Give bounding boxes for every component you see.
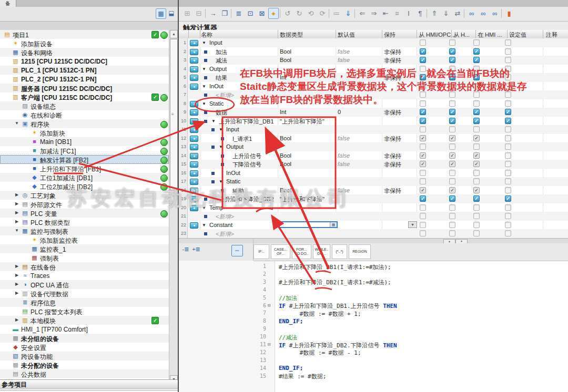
setpoint-checkbox[interactable] (505, 152, 511, 159)
from-hmi-checkbox[interactable] (449, 91, 455, 98)
column-header[interactable]: 默认值 (338, 31, 355, 39)
interface-row[interactable]: 20◄▼Temp (179, 203, 568, 212)
snippet-while[interactable]: WHILE..DO... (313, 244, 330, 259)
in-hmi-checkbox[interactable] (473, 91, 480, 98)
setpoint-checkbox[interactable] (505, 100, 511, 107)
in-hmi-checkbox[interactable] (473, 230, 480, 236)
tree-item[interactable]: ▦设备和网络 (0, 48, 169, 57)
interface-row[interactable]: 4◄▼Output (179, 65, 568, 74)
data-type[interactable]: "上升沿和下降沿" (280, 195, 324, 203)
in-hmi-checkbox[interactable]: ✓ (473, 161, 480, 167)
in-hmi-checkbox[interactable]: ✓ (473, 57, 480, 63)
in-hmi-checkbox[interactable]: ✓ (473, 135, 480, 141)
scroll-up-icon[interactable]: ▲ (170, 30, 178, 38)
setpoint-checkbox[interactable]: ✓ (505, 118, 511, 124)
hmi-opc-checkbox[interactable] (420, 39, 426, 46)
interface-row[interactable]: 12◄I_请求1Boolfalse非保持✓✓✓ (179, 134, 568, 143)
tree-item[interactable]: ◆工位1加减法 [DB1] (0, 173, 169, 182)
member-name[interactable]: <新增> (216, 213, 234, 221)
from-hmi-checkbox[interactable] (449, 222, 455, 228)
backward-icon[interactable]: ⇓ (441, 8, 451, 19)
interface-row[interactable]: 23<新增> (179, 229, 568, 238)
tree-item[interactable]: ▥1215 [CPU 1215C DC/DC/DC] (0, 57, 169, 66)
retain-setting[interactable]: 非保持 (384, 74, 401, 82)
interface-row[interactable]: 2◄加法Boolfalse非保持✓✓✓ (179, 47, 568, 56)
default-value[interactable]: 0 (338, 109, 341, 115)
retain-setting[interactable]: 非保持 (384, 135, 401, 143)
hmi-opc-checkbox[interactable]: ✓ (420, 152, 426, 159)
setpoint-checkbox[interactable] (505, 126, 511, 132)
member-name[interactable]: 辅助 (232, 187, 244, 195)
hmi-opc-checkbox[interactable]: ✓ (420, 74, 426, 80)
default-value[interactable]: false (338, 187, 350, 193)
fold-icon[interactable]: ⊟ (268, 303, 270, 308)
member-name[interactable]: Constant (209, 222, 232, 228)
from-hmi-checkbox[interactable] (449, 230, 455, 236)
setpoint-checkbox[interactable] (505, 66, 511, 72)
tree-item[interactable]: ▶◑OPC UA 通信 (0, 280, 169, 289)
hmi-opc-checkbox[interactable] (420, 204, 426, 211)
chevron-right-icon[interactable]: ▶ (14, 219, 19, 224)
chevron-right-icon[interactable]: ▶ (14, 192, 19, 197)
chevron-down-icon[interactable]: ▼ (202, 205, 206, 210)
hmi-opc-checkbox[interactable] (420, 170, 426, 176)
member-name[interactable]: <新增> (216, 230, 234, 238)
details-view-bar[interactable]: 详细视图 (0, 390, 178, 392)
column-header[interactable]: 在 HMI ... (478, 31, 502, 39)
hmi-opc-checkbox[interactable] (420, 83, 426, 89)
download-icon[interactable]: ⇓ (343, 8, 353, 19)
go-online-icon[interactable]: ⇄ (452, 8, 463, 19)
setpoint-checkbox[interactable] (505, 83, 511, 89)
overview-icon[interactable]: ⬓ (167, 8, 176, 18)
tree-item[interactable]: ▶≈Traces (0, 271, 169, 280)
in-hmi-checkbox[interactable]: ✓ (473, 195, 480, 202)
collapse-interface-icon[interactable]: -≣ (181, 246, 190, 253)
interface-row[interactable]: 8◄▼Static (179, 99, 568, 108)
from-hmi-checkbox[interactable] (449, 66, 455, 72)
tree-item[interactable]: ▥PLC_1 [CPU 1512C-1 PN] (0, 66, 169, 75)
from-hmi-checkbox[interactable]: ✓ (449, 118, 455, 124)
chevron-down-icon[interactable]: ▼ (202, 40, 206, 45)
in-hmi-checkbox[interactable]: ✓ (473, 118, 480, 124)
setpoint-checkbox[interactable] (505, 135, 511, 141)
member-name[interactable]: 数据 (216, 109, 227, 117)
member-name[interactable]: Static (226, 178, 241, 184)
from-hmi-checkbox[interactable] (449, 143, 455, 150)
member-name[interactable]: 加法 (216, 48, 227, 56)
retain-setting[interactable]: 非保持 (384, 161, 401, 169)
from-hmi-checkbox[interactable]: ✓ (449, 48, 455, 55)
data-type[interactable]: Bool (280, 187, 291, 193)
chevron-down-icon[interactable]: ▼ (219, 179, 223, 184)
data-type[interactable]: Bool (280, 135, 291, 141)
column-header[interactable]: 从 HMI/OPC.. (419, 31, 454, 39)
interface-row[interactable]: 19◄▼上升沿和下降沿_DB2"上升沿和下降沿"✓✓✓✓ (179, 194, 568, 203)
tree-item[interactable]: ✶添加新监控表 (0, 235, 169, 244)
default-value[interactable]: false (338, 161, 350, 167)
snippet-region[interactable]: REGION (349, 244, 371, 259)
tree-item[interactable]: ▶▤PLC 变量 (0, 209, 169, 218)
member-name[interactable]: InOut (209, 83, 224, 89)
chevron-down-icon[interactable]: ▼ (219, 127, 223, 132)
tree-item[interactable]: ▼▣程序块 (0, 119, 169, 128)
member-name[interactable]: 结果 (216, 74, 227, 82)
keep-actual-values-icon[interactable]: ≣ (234, 8, 244, 19)
block-interface-icon[interactable]: ❐ (219, 8, 230, 19)
setpoint-checkbox[interactable] (505, 170, 511, 176)
table-view-icon[interactable]: ▦ (156, 8, 166, 19)
in-hmi-checkbox[interactable]: ✓ (473, 187, 480, 193)
member-name[interactable]: Input (209, 39, 222, 46)
chevron-right-icon[interactable]: ▶ (14, 264, 19, 269)
member-name[interactable]: Temp (209, 204, 224, 211)
setpoint-checkbox[interactable] (505, 213, 511, 219)
tree-item[interactable]: ✶添加新块 (0, 128, 169, 137)
from-hmi-checkbox[interactable]: ✓ (449, 135, 455, 141)
retain-setting[interactable]: 非保持 (384, 48, 401, 56)
init-setpoints-icon[interactable]: ✦ (268, 8, 279, 19)
hmi-opc-checkbox[interactable]: ✓ (420, 195, 426, 202)
security-icon[interactable]: ▮ (504, 8, 514, 19)
data-type[interactable]: "上升沿和下降沿" (280, 118, 324, 126)
in-hmi-checkbox[interactable]: ✓ (473, 48, 480, 55)
from-hmi-checkbox[interactable]: ✓ (449, 161, 455, 167)
chevron-right-icon[interactable]: ▶ (14, 273, 19, 277)
member-name[interactable]: <新增> (216, 91, 234, 99)
